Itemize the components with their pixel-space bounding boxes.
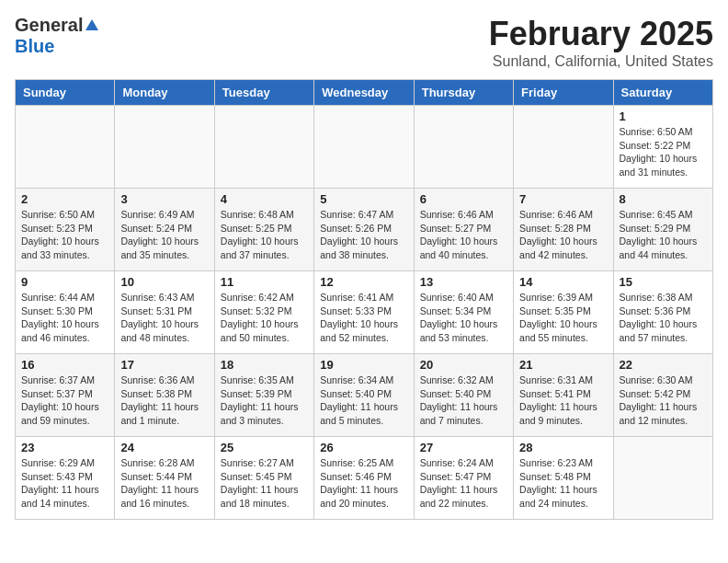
calendar-cell-week4-day6 xyxy=(613,437,712,520)
day-info: Sunrise: 6:46 AM Sunset: 5:28 PM Dayligh… xyxy=(519,208,607,262)
day-info: Sunrise: 6:44 AM Sunset: 5:30 PM Dayligh… xyxy=(21,291,108,345)
header-day-wednesday: Wednesday xyxy=(314,80,414,106)
day-number: 20 xyxy=(420,358,507,372)
day-number: 17 xyxy=(120,358,208,372)
calendar-cell-week4-day3: 26Sunrise: 6:25 AM Sunset: 5:46 PM Dayli… xyxy=(314,437,414,520)
calendar-cell-week4-day5: 28Sunrise: 6:23 AM Sunset: 5:48 PM Dayli… xyxy=(514,437,613,520)
calendar-cell-week4-day1: 24Sunrise: 6:28 AM Sunset: 5:44 PM Dayli… xyxy=(115,437,214,520)
calendar-cell-week1-day3: 5Sunrise: 6:47 AM Sunset: 5:26 PM Daylig… xyxy=(314,189,414,271)
day-number: 24 xyxy=(120,441,208,454)
day-number: 18 xyxy=(221,358,308,372)
calendar-cell-week3-day2: 18Sunrise: 6:35 AM Sunset: 5:39 PM Dayli… xyxy=(214,354,313,437)
day-info: Sunrise: 6:34 AM Sunset: 5:40 PM Dayligh… xyxy=(320,373,407,428)
header-day-saturday: Saturday xyxy=(613,80,712,106)
day-info: Sunrise: 6:48 AM Sunset: 5:25 PM Dayligh… xyxy=(221,208,308,262)
calendar-cell-week0-day4 xyxy=(414,106,513,189)
day-info: Sunrise: 6:35 AM Sunset: 5:39 PM Dayligh… xyxy=(221,373,308,428)
calendar-cell-week3-day3: 19Sunrise: 6:34 AM Sunset: 5:40 PM Dayli… xyxy=(314,354,414,437)
calendar-cell-week3-day1: 17Sunrise: 6:36 AM Sunset: 5:38 PM Dayli… xyxy=(115,354,214,437)
header-day-tuesday: Tuesday xyxy=(214,80,313,106)
calendar-cell-week0-day3 xyxy=(314,106,414,189)
day-number: 15 xyxy=(620,275,707,289)
day-number: 1 xyxy=(620,109,707,123)
calendar-cell-week0-day2 xyxy=(214,106,313,189)
day-number: 2 xyxy=(21,192,108,206)
header-day-thursday: Thursday xyxy=(414,80,513,106)
calendar-cell-week0-day6: 1Sunrise: 6:50 AM Sunset: 5:22 PM Daylig… xyxy=(613,106,712,189)
day-info: Sunrise: 6:49 AM Sunset: 5:24 PM Dayligh… xyxy=(120,208,208,262)
calendar-cell-week0-day5 xyxy=(514,106,613,189)
header: General Blue February 2025 Sunland, Cali… xyxy=(15,15,713,70)
day-number: 27 xyxy=(420,441,507,454)
day-info: Sunrise: 6:30 AM Sunset: 5:42 PM Dayligh… xyxy=(620,373,707,428)
day-number: 7 xyxy=(519,192,607,206)
calendar-cell-week4-day4: 27Sunrise: 6:24 AM Sunset: 5:47 PM Dayli… xyxy=(414,437,513,520)
calendar-cell-week1-day2: 4Sunrise: 6:48 AM Sunset: 5:25 PM Daylig… xyxy=(214,189,313,271)
calendar-cell-week1-day4: 6Sunrise: 6:46 AM Sunset: 5:27 PM Daylig… xyxy=(414,189,513,271)
day-number: 11 xyxy=(221,275,308,289)
day-number: 6 xyxy=(420,192,507,206)
day-info: Sunrise: 6:50 AM Sunset: 5:22 PM Dayligh… xyxy=(620,125,707,179)
day-number: 8 xyxy=(620,192,707,206)
calendar-cell-week2-day1: 10Sunrise: 6:43 AM Sunset: 5:31 PM Dayli… xyxy=(115,271,214,354)
day-number: 23 xyxy=(21,441,108,454)
day-number: 13 xyxy=(420,275,507,289)
title-area: February 2025 Sunland, California, Unite… xyxy=(489,15,713,70)
calendar-cell-week1-day1: 3Sunrise: 6:49 AM Sunset: 5:24 PM Daylig… xyxy=(115,189,214,271)
day-info: Sunrise: 6:42 AM Sunset: 5:32 PM Dayligh… xyxy=(221,291,308,345)
week-row-2: 9Sunrise: 6:44 AM Sunset: 5:30 PM Daylig… xyxy=(16,271,713,354)
calendar-cell-week0-day0 xyxy=(16,106,115,189)
header-day-friday: Friday xyxy=(514,80,613,106)
header-day-sunday: Sunday xyxy=(16,80,115,106)
logo-general-text: General xyxy=(15,15,83,36)
day-info: Sunrise: 6:24 AM Sunset: 5:47 PM Dayligh… xyxy=(420,456,507,511)
calendar-cell-week2-day4: 13Sunrise: 6:40 AM Sunset: 5:34 PM Dayli… xyxy=(414,271,513,354)
day-info: Sunrise: 6:29 AM Sunset: 5:43 PM Dayligh… xyxy=(21,456,108,511)
day-number: 3 xyxy=(120,192,208,206)
calendar-cell-week1-day6: 8Sunrise: 6:45 AM Sunset: 5:29 PM Daylig… xyxy=(613,189,712,271)
day-number: 22 xyxy=(620,358,707,372)
day-info: Sunrise: 6:27 AM Sunset: 5:45 PM Dayligh… xyxy=(221,456,308,511)
week-row-0: 1Sunrise: 6:50 AM Sunset: 5:22 PM Daylig… xyxy=(16,106,713,189)
day-number: 5 xyxy=(320,192,407,206)
day-info: Sunrise: 6:40 AM Sunset: 5:34 PM Dayligh… xyxy=(420,291,507,345)
calendar-cell-week2-day5: 14Sunrise: 6:39 AM Sunset: 5:35 PM Dayli… xyxy=(514,271,613,354)
day-info: Sunrise: 6:25 AM Sunset: 5:46 PM Dayligh… xyxy=(320,456,407,511)
day-info: Sunrise: 6:28 AM Sunset: 5:44 PM Dayligh… xyxy=(120,456,208,511)
week-row-3: 16Sunrise: 6:37 AM Sunset: 5:37 PM Dayli… xyxy=(16,354,713,437)
calendar-cell-week4-day0: 23Sunrise: 6:29 AM Sunset: 5:43 PM Dayli… xyxy=(16,437,115,520)
day-number: 10 xyxy=(120,275,208,289)
day-number: 28 xyxy=(519,441,607,454)
calendar-cell-week1-day5: 7Sunrise: 6:46 AM Sunset: 5:28 PM Daylig… xyxy=(514,189,613,271)
day-info: Sunrise: 6:38 AM Sunset: 5:36 PM Dayligh… xyxy=(620,291,707,345)
day-number: 14 xyxy=(519,275,607,289)
week-row-1: 2Sunrise: 6:50 AM Sunset: 5:23 PM Daylig… xyxy=(16,189,713,271)
header-day-monday: Monday xyxy=(115,80,214,106)
calendar-cell-week3-day4: 20Sunrise: 6:32 AM Sunset: 5:40 PM Dayli… xyxy=(414,354,513,437)
logo: General Blue xyxy=(15,15,98,57)
calendar-cell-week2-day0: 9Sunrise: 6:44 AM Sunset: 5:30 PM Daylig… xyxy=(16,271,115,354)
calendar-cell-week3-day5: 21Sunrise: 6:31 AM Sunset: 5:41 PM Dayli… xyxy=(514,354,613,437)
day-number: 9 xyxy=(21,275,108,289)
calendar-subtitle: Sunland, California, United States xyxy=(489,53,713,70)
day-number: 19 xyxy=(320,358,407,372)
day-info: Sunrise: 6:46 AM Sunset: 5:27 PM Dayligh… xyxy=(420,208,507,262)
calendar-cell-week0-day1 xyxy=(115,106,214,189)
week-row-4: 23Sunrise: 6:29 AM Sunset: 5:43 PM Dayli… xyxy=(16,437,713,520)
calendar-cell-week2-day3: 12Sunrise: 6:41 AM Sunset: 5:33 PM Dayli… xyxy=(314,271,414,354)
day-info: Sunrise: 6:37 AM Sunset: 5:37 PM Dayligh… xyxy=(21,373,108,428)
calendar-cell-week3-day6: 22Sunrise: 6:30 AM Sunset: 5:42 PM Dayli… xyxy=(613,354,712,437)
calendar-title: February 2025 xyxy=(489,15,713,53)
day-info: Sunrise: 6:43 AM Sunset: 5:31 PM Dayligh… xyxy=(120,291,208,345)
day-info: Sunrise: 6:50 AM Sunset: 5:23 PM Dayligh… xyxy=(21,208,108,262)
calendar-cell-week1-day0: 2Sunrise: 6:50 AM Sunset: 5:23 PM Daylig… xyxy=(16,189,115,271)
day-info: Sunrise: 6:41 AM Sunset: 5:33 PM Dayligh… xyxy=(320,291,407,345)
day-info: Sunrise: 6:32 AM Sunset: 5:40 PM Dayligh… xyxy=(420,373,507,428)
day-info: Sunrise: 6:39 AM Sunset: 5:35 PM Dayligh… xyxy=(519,291,607,345)
day-info: Sunrise: 6:36 AM Sunset: 5:38 PM Dayligh… xyxy=(120,373,208,428)
day-number: 26 xyxy=(320,441,407,454)
logo-triangle-icon xyxy=(85,19,98,30)
calendar-cell-week2-day6: 15Sunrise: 6:38 AM Sunset: 5:36 PM Dayli… xyxy=(613,271,712,354)
day-info: Sunrise: 6:23 AM Sunset: 5:48 PM Dayligh… xyxy=(519,456,607,511)
day-number: 25 xyxy=(221,441,308,454)
